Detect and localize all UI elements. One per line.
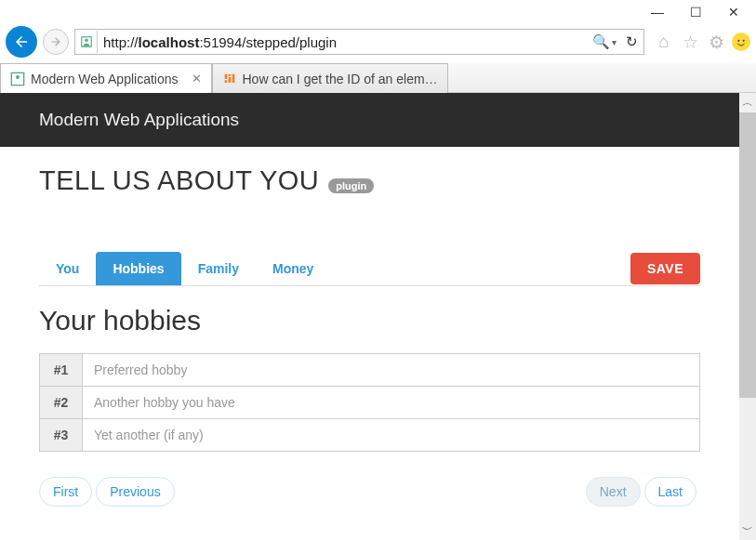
svg-point-3: [737, 40, 739, 42]
favorites-icon[interactable]: ☆: [680, 32, 700, 52]
url-text: http://localhost:51994/stepped/plugin: [98, 34, 342, 50]
page-title: TELL US ABOUT YOU: [39, 165, 319, 196]
browser-toolbar: http://localhost:51994/stepped/plugin 🔍 …: [0, 22, 756, 63]
hobby-row-1: #1: [39, 353, 700, 387]
svg-point-4: [743, 40, 745, 42]
step-tabs: You Hobbies Family Money SAVE: [39, 252, 700, 286]
window-controls: — ☐ ✕: [0, 0, 756, 22]
tab-strip: Modern Web Applications ✕ How can I get …: [0, 63, 756, 93]
search-dropdown-icon[interactable]: ▾: [612, 37, 617, 47]
svg-point-6: [16, 75, 20, 79]
scroll-up-icon[interactable]: ︿: [742, 93, 753, 112]
tab-hobbies[interactable]: Hobbies: [96, 252, 180, 285]
svg-point-1: [85, 39, 88, 43]
tab-close-icon[interactable]: ✕: [184, 72, 202, 86]
page-content: Modern Web Applications TELL US ABOUT YO…: [0, 93, 739, 540]
tab-title: Modern Web Applications: [31, 72, 179, 86]
scroll-thumb[interactable]: [739, 112, 756, 398]
tab-favicon-icon: [10, 72, 25, 86]
browser-tab-active[interactable]: Modern Web Applications ✕: [0, 63, 212, 93]
tab-favicon-icon: [222, 72, 237, 86]
hobby-input-1[interactable]: [83, 354, 699, 386]
section-title: Your hobbies: [39, 305, 700, 336]
scroll-track[interactable]: [739, 112, 756, 520]
hobby-row-3: #3: [39, 418, 700, 452]
site-identity-icon[interactable]: [75, 31, 98, 53]
plugin-badge: plugin: [328, 178, 374, 193]
hobby-row-2: #2: [39, 386, 700, 419]
row-number: #1: [40, 354, 83, 386]
row-number: #2: [40, 387, 83, 418]
back-button[interactable]: [6, 26, 37, 58]
address-bar[interactable]: http://localhost:51994/stepped/plugin 🔍 …: [74, 29, 644, 55]
site-title: Modern Web Applications: [39, 110, 239, 129]
first-button[interactable]: First: [39, 477, 92, 507]
search-icon[interactable]: 🔍: [592, 33, 610, 50]
refresh-icon[interactable]: ↻: [626, 33, 638, 50]
tab-you[interactable]: You: [39, 252, 96, 285]
home-icon[interactable]: ⌂: [654, 32, 674, 52]
tab-family[interactable]: Family: [181, 252, 256, 285]
tab-money[interactable]: Money: [256, 252, 330, 285]
scroll-down-icon[interactable]: ﹀: [742, 520, 753, 540]
maximize-button[interactable]: ☐: [690, 5, 702, 20]
last-button[interactable]: Last: [644, 477, 696, 507]
feedback-icon[interactable]: [732, 33, 750, 51]
browser-tab[interactable]: How can I get the ID of an elem…: [212, 63, 448, 93]
forward-button[interactable]: [43, 29, 69, 55]
site-header: Modern Web Applications: [0, 93, 739, 147]
hobby-input-2[interactable]: [83, 387, 699, 418]
close-button[interactable]: ✕: [728, 5, 739, 20]
previous-button[interactable]: Previous: [96, 477, 174, 507]
save-button[interactable]: SAVE: [630, 253, 700, 284]
tab-title: How can I get the ID of an elem…: [243, 72, 438, 86]
vertical-scrollbar[interactable]: ︿ ﹀: [739, 93, 756, 540]
hobby-inputs: #1 #2 #3: [39, 353, 700, 452]
pager: First Previous Next Last: [39, 477, 700, 507]
row-number: #3: [40, 419, 83, 451]
svg-point-2: [735, 35, 749, 49]
settings-icon[interactable]: ⚙: [706, 32, 726, 52]
hobby-input-3[interactable]: [83, 419, 699, 451]
minimize-button[interactable]: —: [651, 5, 664, 20]
next-button[interactable]: Next: [586, 477, 641, 507]
